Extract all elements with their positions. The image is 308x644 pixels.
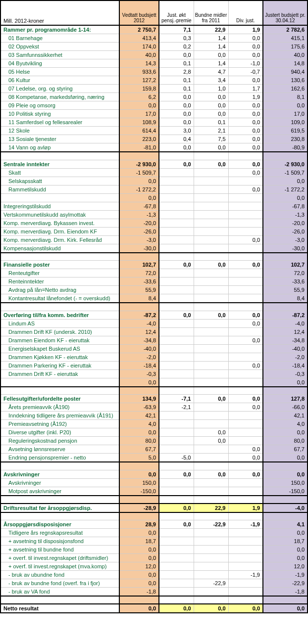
item-label: Reguleringskostnad pensjon <box>0 437 119 445</box>
header-label: Mill. 2012-kroner <box>0 0 119 25</box>
item-label: 01 Barnehage <box>0 34 119 43</box>
item-label: Komp. merverdiavg. Bykassen invest. <box>0 219 119 227</box>
section-label: Årsoppgjørsdisposisjoner <box>0 520 119 529</box>
section-vedtatt: -87,2 <box>119 311 159 319</box>
item-label: + avsetning til disposisjonsfond <box>0 537 119 546</box>
item-label: Drammen Kjøkken KF - eieruttak <box>0 353 119 361</box>
item-label: + avsetning til bundne fond <box>0 546 119 554</box>
header-bundne: Bundne midler fra 2011 <box>194 0 228 25</box>
item-label: 06 Kultur <box>0 76 119 85</box>
item-label: Avdrag på lån=Netto avdrag <box>0 286 119 294</box>
section-vedtatt: 28,9 <box>119 520 159 529</box>
item-label: - bruk av bundne fond (overf. fra i fjor… <box>0 579 119 588</box>
budget-table: Mill. 2012-kroner Vedtatt budsjett 2012 … <box>0 0 308 613</box>
item-label: 04 Byutvikling <box>0 59 119 68</box>
section-label: Avskrivninger <box>0 470 119 478</box>
item-label: + overf. til invest.regnskapet (driftsmi… <box>0 554 119 562</box>
item-label: 09 Pleie og omsorg <box>0 101 119 110</box>
item-label: Renteutgifter <box>0 269 119 277</box>
item-label: 10 Politisk styring <box>0 110 119 118</box>
item-label: Lindum AS <box>0 319 119 327</box>
section-label: Overføring til/fra komm. bedrifter <box>0 311 119 319</box>
header-divjust: Div. just. <box>228 0 263 25</box>
item-label: Endring pensjonspremier - netto <box>0 454 119 462</box>
item-label <box>0 193 119 202</box>
header-just-pensj: Just. økt pensj.-premie <box>159 0 194 25</box>
item-label: Kompensasjonstilskudd <box>0 244 119 253</box>
item-label: Komp. merverdiavg. Drm. Kirk. Fellesråd <box>0 235 119 244</box>
item-label: 07 Ledelse, org. og styring <box>0 85 119 93</box>
item-label: Drammen Drift KF (undersk. 2010) <box>0 327 119 336</box>
header-vedtatt: Vedtatt budsjett 2012 <box>119 0 159 25</box>
item-label: Inndekning tidligere års premieavvik (Å1… <box>0 412 119 420</box>
item-label: Vertskommunetilskudd asylmottak <box>0 210 119 219</box>
item-label: Drammen Drift KF - eieruttak <box>0 369 119 378</box>
item-label: 12 Skole <box>0 127 119 135</box>
section-vedtatt: 102,7 <box>119 261 159 269</box>
section-vedtatt: 134,9 <box>119 395 159 403</box>
item-label: Premieavsetning (Å192) <box>0 420 119 428</box>
item-label: Skatt <box>0 168 119 177</box>
section-vedtatt: 2 750,7 <box>119 25 159 34</box>
item-label: - bruk av VA fond <box>0 588 119 597</box>
section-vedtatt: 0,0 <box>119 470 159 478</box>
item-label: Rammetilskudd <box>0 185 119 193</box>
item-label: 14 Vann og avløp <box>0 143 119 152</box>
item-label <box>0 378 119 387</box>
item-label: Integreringstilskudd <box>0 202 119 210</box>
section-label: Finansielle poster <box>0 261 119 269</box>
section-label: Sentrale inntekter <box>0 160 119 168</box>
item-label: Avsetning lønnsreserve <box>0 445 119 454</box>
item-label: 05 Helse <box>0 68 119 76</box>
item-label: Motpost avskrivninger <box>0 487 119 496</box>
item-label: 11 Samferdsel og fellesarealer <box>0 118 119 127</box>
item-label: Selskapsskatt <box>0 177 119 185</box>
section-label: Rammer pr. programområde 1-14: <box>0 25 119 34</box>
section-label: Fellesutgifter/ufordelte poster <box>0 395 119 403</box>
item-label: 13 Sosiale tjenester <box>0 135 119 143</box>
item-label: Diverse utgifter (inkl. P20) <box>0 428 119 437</box>
item-label: Drammen Eiendom KF - eieruttak <box>0 336 119 344</box>
item-label: - bruk av ubundne fond <box>0 571 119 579</box>
item-label: Årets premieavvik (Å190) <box>0 403 119 412</box>
item-label: Renteinntekter <box>0 277 119 286</box>
item-label: 08 Kompetanse, markedsføring, næring <box>0 93 119 101</box>
item-label: Drammen Parkering KF - eieruttak <box>0 361 119 369</box>
item-label: 03 Samfunnssikkerhet <box>0 51 119 59</box>
item-label: 02 Oppvekst <box>0 43 119 51</box>
item-label: + overf. til invest.regnskapet (mva.komp… <box>0 562 119 571</box>
item-label: Energiselskapet Buskerud AS <box>0 344 119 353</box>
netto-label: Netto resultat <box>0 604 119 613</box>
section-vedtatt: -2 930,0 <box>119 160 159 168</box>
item-label: Kontantresultat lånefondet (- = overskud… <box>0 294 119 303</box>
header-justert: Justert budsjett pr. 30.04.12 <box>263 0 308 25</box>
drifts-label: Driftsresultat før årsoppgjørsdisp. <box>0 504 119 512</box>
item-label: Avskrivninger <box>0 478 119 487</box>
item-label: Komp. merverdiavg. Drm. Eiendom KF <box>0 227 119 235</box>
item-label: Tidligere års regnskapsresultat <box>0 529 119 537</box>
